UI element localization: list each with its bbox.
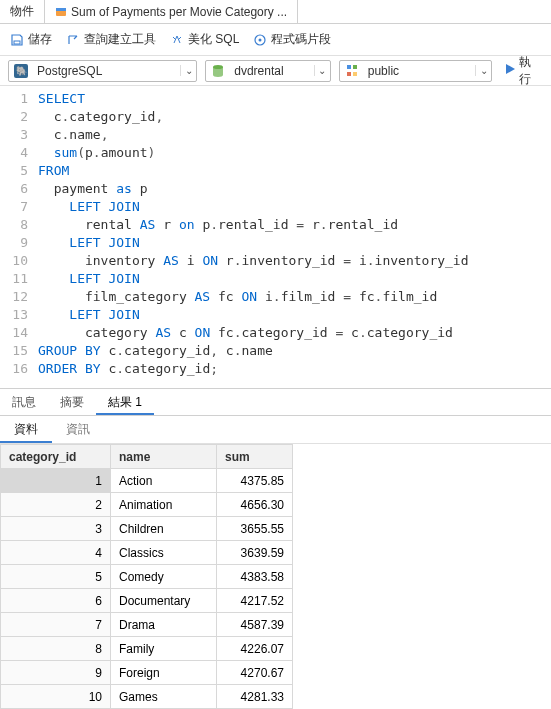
cell-name[interactable]: Foreign bbox=[111, 661, 217, 685]
code-line[interactable]: film_category AS fc ON i.film_id = fc.fi… bbox=[38, 288, 551, 306]
cell-sum[interactable]: 4217.52 bbox=[217, 589, 293, 613]
cell-name[interactable]: Documentary bbox=[111, 589, 217, 613]
cell-name[interactable]: Children bbox=[111, 517, 217, 541]
cell-sum[interactable]: 4656.30 bbox=[217, 493, 293, 517]
schema-value: public bbox=[364, 64, 475, 78]
table-row[interactable]: 10Games4281.33 bbox=[1, 685, 293, 709]
table-row[interactable]: 2Animation4656.30 bbox=[1, 493, 293, 517]
cell-sum[interactable]: 4281.33 bbox=[217, 685, 293, 709]
cell-sum[interactable]: 4375.85 bbox=[217, 469, 293, 493]
cell-sum[interactable]: 4226.07 bbox=[217, 637, 293, 661]
sql-editor[interactable]: 12345678910111213141516 SELECT c.categor… bbox=[0, 86, 551, 388]
table-row[interactable]: 9Foreign4270.67 bbox=[1, 661, 293, 685]
cell-name[interactable]: Drama bbox=[111, 613, 217, 637]
cell-category-id[interactable]: 7 bbox=[1, 613, 111, 637]
cell-sum[interactable]: 3655.55 bbox=[217, 517, 293, 541]
cell-category-id[interactable]: 3 bbox=[1, 517, 111, 541]
cell-name[interactable]: Classics bbox=[111, 541, 217, 565]
code-line[interactable]: GROUP BY c.category_id, c.name bbox=[38, 342, 551, 360]
query-builder-button[interactable]: 查詢建立工具 bbox=[66, 31, 156, 48]
line-number: 12 bbox=[0, 288, 28, 306]
cell-category-id[interactable]: 9 bbox=[1, 661, 111, 685]
sql-code[interactable]: SELECT c.category_id, c.name, sum(p.amou… bbox=[38, 90, 551, 378]
tab-label: 物件 bbox=[10, 3, 34, 20]
sub-tab-0[interactable]: 資料 bbox=[0, 416, 52, 443]
cell-name[interactable]: Action bbox=[111, 469, 217, 493]
table-row[interactable]: 3Children3655.55 bbox=[1, 517, 293, 541]
cell-sum[interactable]: 4587.39 bbox=[217, 613, 293, 637]
svg-rect-10 bbox=[347, 72, 351, 76]
code-line[interactable]: category AS c ON fc.category_id = c.cate… bbox=[38, 324, 551, 342]
code-line[interactable]: FROM bbox=[38, 162, 551, 180]
snippet-label: 程式碼片段 bbox=[271, 31, 331, 48]
result-tab-2[interactable]: 結果 1 bbox=[96, 389, 154, 415]
tab-objects[interactable]: 物件 bbox=[0, 0, 45, 23]
cell-name[interactable]: Comedy bbox=[111, 565, 217, 589]
cell-category-id[interactable]: 2 bbox=[1, 493, 111, 517]
code-line[interactable]: rental AS r on p.rental_id = r.rental_id bbox=[38, 216, 551, 234]
cell-sum[interactable]: 4383.58 bbox=[217, 565, 293, 589]
cell-category-id[interactable]: 6 bbox=[1, 589, 111, 613]
code-line[interactable]: c.category_id, bbox=[38, 108, 551, 126]
cell-category-id[interactable]: 1 bbox=[1, 469, 111, 493]
code-line[interactable]: LEFT JOIN bbox=[38, 234, 551, 252]
cell-category-id[interactable]: 8 bbox=[1, 637, 111, 661]
connection-value: PostgreSQL bbox=[33, 64, 180, 78]
result-tab-1[interactable]: 摘要 bbox=[48, 389, 96, 415]
save-label: 儲存 bbox=[28, 31, 52, 48]
code-line[interactable]: payment as p bbox=[38, 180, 551, 198]
code-line[interactable]: sum(p.amount) bbox=[38, 144, 551, 162]
cell-name[interactable]: Games bbox=[111, 685, 217, 709]
line-number: 9 bbox=[0, 234, 28, 252]
save-icon bbox=[10, 33, 24, 47]
svg-rect-8 bbox=[347, 65, 351, 69]
line-number: 8 bbox=[0, 216, 28, 234]
cell-name[interactable]: Animation bbox=[111, 493, 217, 517]
table-row[interactable]: 8Family4226.07 bbox=[1, 637, 293, 661]
line-number: 11 bbox=[0, 270, 28, 288]
result-grid: category_id name sum 1Action4375.852Anim… bbox=[0, 444, 293, 709]
line-number: 5 bbox=[0, 162, 28, 180]
col-category-id[interactable]: category_id bbox=[1, 445, 111, 469]
chevron-down-icon: ⌄ bbox=[314, 65, 330, 76]
result-tab-0[interactable]: 訊息 bbox=[0, 389, 48, 415]
code-line[interactable]: SELECT bbox=[38, 90, 551, 108]
cell-category-id[interactable]: 4 bbox=[1, 541, 111, 565]
cell-category-id[interactable]: 10 bbox=[1, 685, 111, 709]
table-row[interactable]: 5Comedy4383.58 bbox=[1, 565, 293, 589]
svg-rect-11 bbox=[353, 72, 357, 76]
chevron-down-icon: ⌄ bbox=[475, 65, 491, 76]
code-line[interactable]: LEFT JOIN bbox=[38, 198, 551, 216]
beautify-icon bbox=[170, 33, 184, 47]
svg-rect-2 bbox=[14, 41, 20, 44]
svg-point-4 bbox=[259, 38, 262, 41]
chevron-down-icon: ⌄ bbox=[180, 65, 196, 76]
save-button[interactable]: 儲存 bbox=[10, 31, 52, 48]
line-number: 14 bbox=[0, 324, 28, 342]
col-sum[interactable]: sum bbox=[217, 445, 293, 469]
cell-category-id[interactable]: 5 bbox=[1, 565, 111, 589]
cell-sum[interactable]: 3639.59 bbox=[217, 541, 293, 565]
code-line[interactable]: c.name, bbox=[38, 126, 551, 144]
col-name[interactable]: name bbox=[111, 445, 217, 469]
code-line[interactable]: LEFT JOIN bbox=[38, 306, 551, 324]
tab-query[interactable]: Sum of Payments per Movie Category ... bbox=[45, 0, 298, 23]
table-row[interactable]: 4Classics3639.59 bbox=[1, 541, 293, 565]
line-number: 15 bbox=[0, 342, 28, 360]
code-line[interactable]: ORDER BY c.category_id; bbox=[38, 360, 551, 378]
cell-sum[interactable]: 4270.67 bbox=[217, 661, 293, 685]
database-dropdown[interactable]: dvdrental ⌄ bbox=[205, 60, 331, 82]
top-tabs: 物件 Sum of Payments per Movie Category ..… bbox=[0, 0, 551, 24]
schema-dropdown[interactable]: public ⌄ bbox=[339, 60, 492, 82]
table-row[interactable]: 1Action4375.85 bbox=[1, 469, 293, 493]
table-row[interactable]: 6Documentary4217.52 bbox=[1, 589, 293, 613]
cell-name[interactable]: Family bbox=[111, 637, 217, 661]
code-line[interactable]: inventory AS i ON r.inventory_id = i.inv… bbox=[38, 252, 551, 270]
run-button[interactable]: 執行 bbox=[504, 54, 543, 88]
sub-tab-1[interactable]: 資訊 bbox=[52, 416, 104, 443]
beautify-button[interactable]: 美化 SQL bbox=[170, 31, 239, 48]
snippet-button[interactable]: 程式碼片段 bbox=[253, 31, 331, 48]
code-line[interactable]: LEFT JOIN bbox=[38, 270, 551, 288]
connection-dropdown[interactable]: 🐘 PostgreSQL ⌄ bbox=[8, 60, 197, 82]
table-row[interactable]: 7Drama4587.39 bbox=[1, 613, 293, 637]
